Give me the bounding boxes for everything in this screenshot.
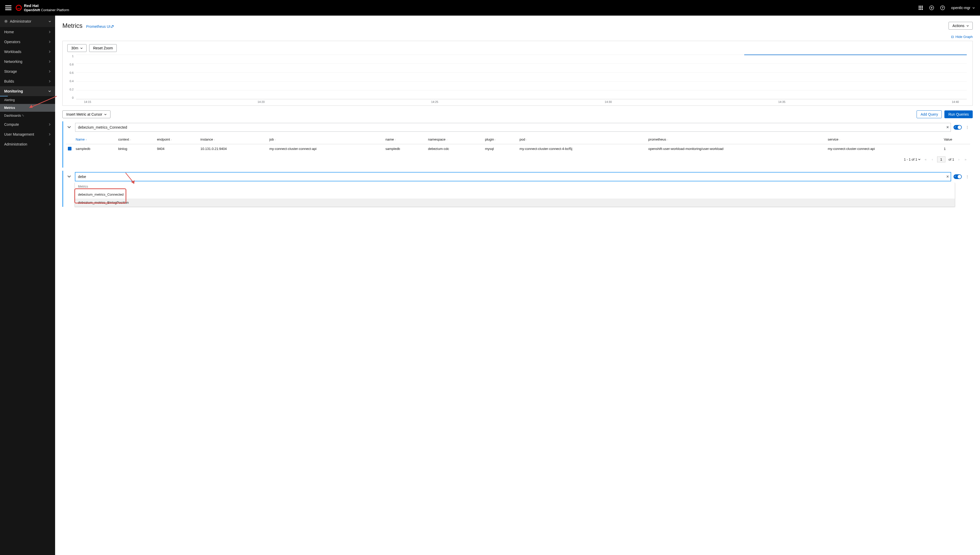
col-endpoint[interactable]: endpoint↕: [155, 135, 198, 144]
page-summary[interactable]: 1 - 1 of 1: [904, 157, 921, 161]
sidebar-item-storage[interactable]: Storage: [0, 67, 55, 76]
col-label: pod: [520, 138, 525, 141]
nav-toggle-icon[interactable]: [5, 5, 11, 10]
actions-button[interactable]: Actions: [949, 22, 973, 30]
query-block: debe × ✓ ⋮ Metrics debezium_metrics_Conn…: [63, 171, 973, 207]
sidebar-item-user-management[interactable]: User Management: [0, 129, 55, 139]
svg-rect-1: [919, 6, 920, 7]
col-label: plugin: [485, 138, 494, 141]
product-logo[interactable]: Red Hat OpenShift Container Platform: [16, 3, 69, 12]
cell: openshift-user-workload-monitoring/user-…: [646, 144, 826, 154]
svg-rect-5: [920, 7, 921, 8]
col-service[interactable]: service↕: [826, 135, 942, 144]
sidebar-item-administration[interactable]: Administration: [0, 139, 55, 149]
clear-query-icon[interactable]: ×: [946, 125, 949, 130]
col-instance[interactable]: instance↕: [198, 135, 267, 144]
autocomplete-item[interactable]: debezium_metrics_BinlogPosition: [75, 199, 955, 207]
query-kebab-menu[interactable]: ⋮: [964, 124, 970, 130]
chevron-right-icon: [48, 123, 51, 126]
sidebar-item-metrics[interactable]: Metrics: [0, 104, 55, 112]
chevron-right-icon: [48, 30, 51, 33]
col-name[interactable]: Name↑: [74, 135, 116, 144]
run-queries-button[interactable]: Run Queries: [945, 111, 973, 118]
col-label: context: [118, 138, 129, 141]
graph-panel: 30m Reset Zoom 1 0.8 0.6 0.4 0.2 0: [63, 41, 973, 106]
query-block: debezium_metrics_Connected × ✓ ⋮ Name↑ c…: [63, 121, 973, 168]
sidebar-item-label: Operators: [4, 40, 20, 44]
help-icon[interactable]: ?: [940, 5, 945, 10]
collapse-toggle[interactable]: [66, 173, 72, 181]
caret-down-icon: [918, 158, 921, 160]
brand-text: Red Hat: [24, 3, 69, 8]
query-enable-toggle[interactable]: ✓: [953, 125, 962, 130]
x-tick: 14:40: [952, 100, 959, 104]
sidebar-item-networking[interactable]: Networking: [0, 57, 55, 67]
add-icon[interactable]: [929, 5, 934, 10]
chart-area[interactable]: 1 0.8 0.6 0.4 0.2 0 14:15 14: [67, 55, 968, 104]
query-input[interactable]: debezium_metrics_Connected: [75, 123, 951, 132]
page-prev[interactable]: ‹: [930, 157, 934, 161]
sidebar-item-label: Builds: [4, 79, 14, 83]
prometheus-ui-link[interactable]: Prometheus UI: [86, 24, 113, 29]
sidebar-item-monitoring[interactable]: Monitoring: [0, 86, 55, 96]
cell: debezium-cdc: [426, 144, 483, 154]
clear-query-icon[interactable]: ×: [946, 174, 949, 179]
col-job[interactable]: job↕: [267, 135, 384, 144]
autocomplete-header: Metrics: [75, 183, 955, 191]
main-content: Metrics Prometheus UI Actions Hide Graph…: [55, 16, 980, 555]
row-color-swatch[interactable]: [68, 147, 71, 151]
page-last[interactable]: »: [964, 157, 967, 161]
table-row[interactable]: sampledb binlog 9404 10.131.0.21:9404 my…: [66, 144, 970, 154]
svg-rect-8: [920, 9, 921, 10]
col-label: namespace: [428, 138, 445, 141]
y-axis-ticks: 1 0.8 0.6 0.4 0.2 0: [67, 55, 75, 99]
page-number-input[interactable]: [937, 156, 945, 162]
page-title: Metrics: [63, 22, 82, 29]
col-value[interactable]: Value: [942, 135, 970, 144]
page-next[interactable]: ›: [957, 157, 960, 161]
sidebar-item-compute[interactable]: Compute: [0, 120, 55, 129]
reset-zoom-button[interactable]: Reset Zoom: [89, 44, 117, 52]
sidebar-item-builds[interactable]: Builds: [0, 76, 55, 86]
autocomplete-item[interactable]: debezium_metrics_Connected: [75, 191, 955, 199]
left-sidebar: Administrator Home Operators Workloads N…: [0, 16, 55, 555]
hide-graph-toggle[interactable]: Hide Graph: [63, 35, 973, 39]
sidebar-item-operators[interactable]: Operators: [0, 37, 55, 47]
query-input[interactable]: debe: [75, 172, 951, 181]
col-plugin[interactable]: plugin↕: [483, 135, 517, 144]
insert-metric-button[interactable]: Insert Metric at Cursor: [63, 111, 111, 118]
sidebar-item-home[interactable]: Home: [0, 27, 55, 37]
sidebar-item-label: Networking: [4, 59, 22, 64]
time-range-select[interactable]: 30m: [67, 44, 87, 52]
y-tick: 0: [67, 96, 74, 99]
page-first[interactable]: «: [924, 157, 927, 161]
cell: sampledb: [384, 144, 426, 154]
col-label: prometheus: [648, 138, 666, 141]
redhat-icon: [16, 5, 22, 11]
topbar-left: Red Hat OpenShift Container Platform: [5, 3, 69, 12]
sidebar-item-alerting[interactable]: Alerting: [0, 96, 55, 104]
col-namespace[interactable]: namespace↕: [426, 135, 483, 144]
chevron-right-icon: [48, 80, 51, 83]
cell: 10.131.0.21:9404: [198, 144, 267, 154]
collapse-toggle[interactable]: [66, 124, 72, 131]
col-prometheus[interactable]: prometheus↕: [646, 135, 826, 144]
user-menu[interactable]: opentlc-mgr: [951, 6, 975, 10]
cell: 9404: [155, 144, 198, 154]
query-enable-toggle[interactable]: ✓: [953, 174, 962, 179]
perspective-switcher[interactable]: Administrator: [0, 16, 55, 27]
username: opentlc-mgr: [951, 6, 970, 10]
add-query-button[interactable]: Add Query: [917, 111, 942, 118]
svg-rect-6: [922, 7, 923, 8]
chevron-right-icon: [48, 60, 51, 63]
query-kebab-menu[interactable]: ⋮: [964, 173, 970, 180]
col-context[interactable]: context↕: [116, 135, 155, 144]
product-name-rest: Container Platform: [40, 8, 69, 12]
sidebar-item-dashboards[interactable]: Dashboards: [0, 112, 55, 120]
col-pod[interactable]: pod↕: [517, 135, 646, 144]
app-launcher-icon[interactable]: [918, 5, 923, 10]
gear-icon: [4, 19, 8, 23]
sidebar-item-workloads[interactable]: Workloads: [0, 47, 55, 57]
caret-down-icon: [972, 7, 975, 9]
col-name2[interactable]: name↕: [384, 135, 426, 144]
